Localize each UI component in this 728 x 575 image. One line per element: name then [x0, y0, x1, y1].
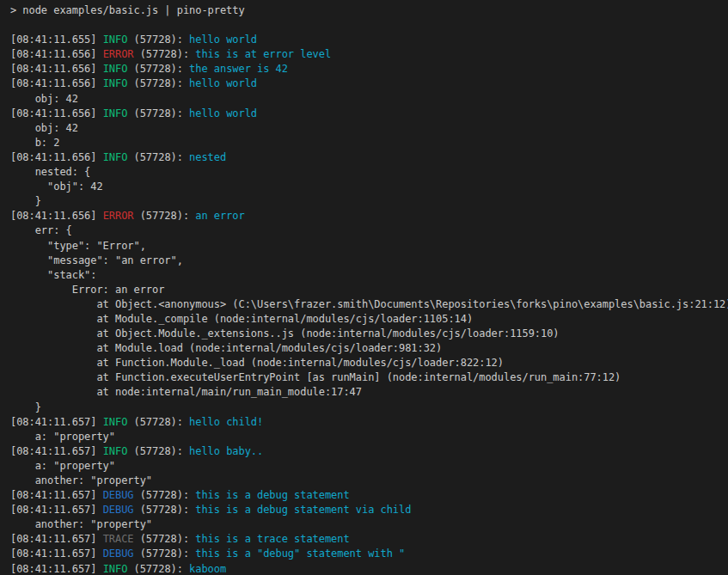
detail-line: } — [10, 194, 728, 209]
detail-line: "stack": — [10, 268, 728, 283]
log-level: INFO — [103, 34, 128, 46]
log-line: [08:41:11.656] ERROR (57728): an error — [10, 209, 728, 223]
detail-line: another: "property" — [10, 517, 728, 532]
timestamp: [08:41:11.656] — [10, 77, 103, 89]
detail-line: another: "property" — [10, 474, 728, 488]
log-line: [08:41:11.656] ERROR (57728): this is at… — [10, 47, 728, 62]
log-level: INFO — [103, 77, 128, 89]
log-message: hello child! — [189, 416, 263, 428]
timestamp: [08:41:11.657] — [10, 504, 103, 516]
timestamp: [08:41:11.657] — [10, 563, 103, 575]
log-message: hello world — [189, 77, 257, 89]
timestamp: [08:41:11.655] — [10, 34, 103, 46]
log-level: TRACE — [103, 533, 134, 545]
detail-line: at Object.<anonymous> (C:\Users\frazer.s… — [10, 297, 728, 312]
pid: (57728): — [134, 504, 196, 516]
log-message: this is a trace statement — [195, 533, 349, 545]
log-message: kaboom — [189, 563, 226, 575]
detail-line: a: "property" — [10, 459, 728, 474]
pid: (57728): — [127, 107, 189, 119]
pid: (57728): — [134, 533, 196, 545]
log-level: ERROR — [103, 48, 134, 60]
log-message: an error — [195, 210, 244, 222]
pid: (57728): — [127, 445, 189, 457]
detail-line: "message": "an error", — [10, 254, 728, 268]
log-message: hello baby.. — [189, 445, 263, 457]
pid: (57728): — [127, 34, 189, 46]
detail-line: "type": "Error", — [10, 239, 728, 254]
log-message: nested — [189, 151, 226, 163]
timestamp: [08:41:11.657] — [10, 489, 103, 501]
detail-line: at Function.executeUserEntryPoint [as ru… — [10, 370, 728, 385]
blank-line — [10, 18, 728, 33]
detail-line: obj: 42 — [10, 92, 728, 107]
log-message: this is a debug statement via child — [195, 504, 411, 516]
timestamp: [08:41:11.656] — [10, 151, 103, 163]
detail-line: err: { — [10, 223, 728, 238]
detail-line: nested: { — [10, 165, 728, 180]
log-level: INFO — [103, 416, 128, 428]
log-message: hello world — [189, 34, 257, 46]
timestamp: [08:41:11.656] — [10, 210, 103, 222]
log-line: [08:41:11.657] INFO (57728): hello child… — [10, 415, 728, 430]
log-level: INFO — [103, 107, 128, 119]
pid: (57728): — [127, 77, 189, 89]
pid: (57728): — [134, 210, 196, 222]
timestamp: [08:41:11.657] — [10, 445, 103, 457]
pid: (57728): — [134, 48, 196, 60]
log-line: [08:41:11.656] INFO (57728): the answer … — [10, 62, 728, 76]
detail-line: at Object.Module._extensions..js (node:i… — [10, 327, 728, 341]
timestamp: [08:41:11.657] — [10, 547, 103, 560]
detail-line: at Module._compile (node:internal/module… — [10, 312, 728, 327]
pid: (57728): — [127, 416, 189, 428]
timestamp: [08:41:11.656] — [10, 107, 103, 119]
timestamp: [08:41:11.656] — [10, 48, 103, 60]
log-level: DEBUG — [103, 547, 134, 560]
log-line: [08:41:11.656] INFO (57728): hello world — [10, 107, 728, 121]
log-level: INFO — [103, 563, 128, 575]
log-line: [08:41:11.657] TRACE (57728): this is a … — [10, 532, 728, 547]
log-line: [08:41:11.656] INFO (57728): nested — [10, 150, 728, 165]
pid: (57728): — [127, 563, 189, 575]
detail-line: a: "property" — [10, 430, 728, 444]
log-message: hello world — [189, 107, 257, 119]
detail-line: obj: 42 — [10, 121, 728, 136]
pid: (57728): — [134, 489, 196, 501]
log-line: [08:41:11.657] DEBUG (57728): this is a … — [10, 503, 728, 517]
log-output: [08:41:11.655] INFO (57728): hello world… — [10, 33, 728, 575]
log-message: the answer is 42 — [189, 63, 288, 75]
detail-line: at node:internal/main/run_main_module:17… — [10, 385, 728, 400]
log-line: [08:41:11.655] INFO (57728): hello world — [10, 33, 728, 47]
pid: (57728): — [127, 63, 189, 75]
timestamp: [08:41:11.657] — [10, 416, 103, 428]
log-level: DEBUG — [103, 504, 134, 516]
log-line: [08:41:11.657] INFO (57728): kaboom — [10, 562, 728, 575]
detail-line: at Module.load (node:internal/modules/cj… — [10, 341, 728, 356]
pid: (57728): — [134, 547, 196, 560]
detail-line: "obj": 42 — [10, 180, 728, 194]
log-level: INFO — [103, 151, 128, 163]
timestamp: [08:41:11.656] — [10, 63, 103, 75]
log-message: this is a "debug" statement with " — [195, 547, 405, 560]
log-level: DEBUG — [103, 489, 134, 501]
detail-line: b: 2 — [10, 136, 728, 150]
detail-line: Error: an error — [10, 283, 728, 297]
log-line: [08:41:11.657] DEBUG (57728): this is a … — [10, 488, 728, 503]
terminal[interactable]: > node examples/basic.js | pino-pretty [… — [0, 0, 728, 575]
detail-line: } — [10, 401, 728, 415]
command-line: > node examples/basic.js | pino-pretty — [10, 3, 728, 18]
log-level: INFO — [103, 63, 128, 75]
log-line: [08:41:11.656] INFO (57728): hello world — [10, 76, 728, 91]
log-message: this is at error level — [195, 48, 331, 60]
log-level: ERROR — [103, 210, 134, 222]
log-message: this is a debug statement — [195, 489, 349, 501]
log-line: [08:41:11.657] INFO (57728): hello baby.… — [10, 444, 728, 459]
detail-line: at Function.Module._load (node:internal/… — [10, 356, 728, 370]
log-level: INFO — [103, 445, 128, 457]
log-line: [08:41:11.657] DEBUG (57728): this is a … — [10, 547, 728, 561]
pid: (57728): — [127, 151, 189, 163]
timestamp: [08:41:11.657] — [10, 533, 103, 545]
